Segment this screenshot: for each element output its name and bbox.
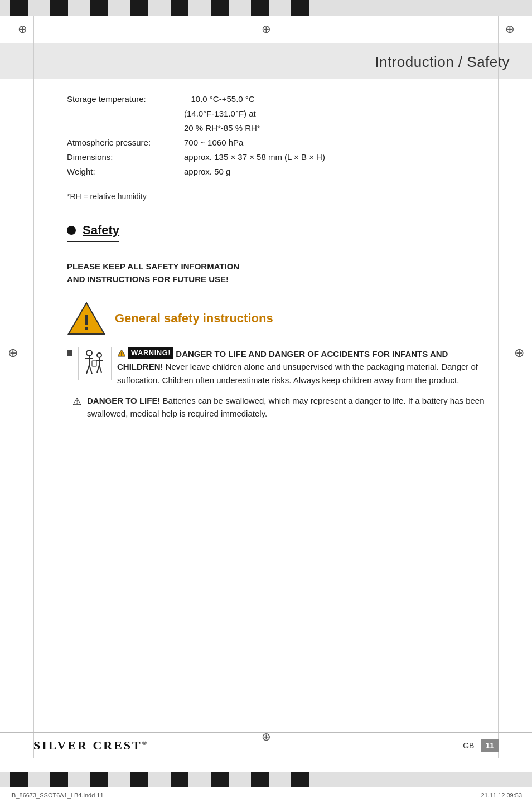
bottom-square-light <box>231 772 249 787</box>
brand-name: SILVER CREST® <box>33 738 148 753</box>
atm-pressure-value: 700 ~ 1060 hPa <box>184 136 243 149</box>
weight-row: Weight: approx. 50 g <box>67 165 487 178</box>
warning-small-triangle-icon: ! <box>117 349 126 357</box>
crosshair-top-center: ⊕ <box>258 21 274 37</box>
bottom-square <box>50 772 68 787</box>
bottom-square <box>171 772 188 787</box>
footnote: *RH = relative humidity <box>67 192 487 201</box>
keep-text-line1: PLEASE KEEP ALL SAFETY INFORMATION <box>67 260 487 273</box>
bottom-square <box>251 772 269 787</box>
left-border-line <box>33 16 34 758</box>
bottom-squares-pattern <box>10 772 311 787</box>
storage-temp-label: Storage temperature: <box>67 93 184 106</box>
storage-temp-row3: 20 % RH*-85 % RH* <box>67 122 487 135</box>
safety-keep-text: PLEASE KEEP ALL SAFETY INFORMATION AND I… <box>67 260 487 286</box>
page-header: Introduction / Safety <box>0 43 532 79</box>
bottom-square <box>90 772 108 787</box>
safety-section: Safety PLEASE KEEP ALL SAFETY INFORMATIO… <box>67 223 487 420</box>
page-footer: SILVER CREST® GB 11 <box>0 732 532 753</box>
dimensions-row: Dimensions: approx. 135 × 37 × 58 mm (L … <box>67 151 487 164</box>
top-square-light <box>151 0 168 16</box>
right-border-line <box>498 16 499 758</box>
specs-table: Storage temperature: – 10.0 °C-+55.0 °C … <box>67 93 487 178</box>
page-number: 11 <box>481 739 499 752</box>
atm-pressure-row: Atmospheric pressure: 700 ~ 1060 hPa <box>67 136 487 149</box>
bottom-square <box>211 772 229 787</box>
weight-label: Weight: <box>67 165 184 178</box>
top-square <box>90 0 108 16</box>
main-content: Storage temperature: – 10.0 °C-+55.0 °C … <box>0 79 532 447</box>
top-square-light <box>70 0 88 16</box>
storage-temp-value1: – 10.0 °C-+55.0 °C <box>184 93 255 106</box>
top-square-light <box>110 0 128 16</box>
file-info: IB_86673_SSOT6A1_LB4.indd 11 21.11.12 09… <box>10 792 522 799</box>
dimensions-value: approx. 135 × 37 × 58 mm (L × B × H) <box>184 151 325 164</box>
svg-line-11 <box>99 365 101 373</box>
top-square <box>10 0 28 16</box>
children-warning-item: ! WARNING! DANGER TO LIFE AND DANGER OF … <box>67 347 487 386</box>
gsi-block: ! General safety instructions <box>67 301 487 336</box>
svg-line-10 <box>97 365 99 373</box>
bottom-square-light <box>191 772 209 787</box>
dimensions-label: Dimensions: <box>67 151 184 164</box>
crosshair-left-icon: ⊕ <box>8 346 18 360</box>
safety-section-title: Safety <box>83 223 119 238</box>
top-square <box>171 0 188 16</box>
bottom-square <box>10 772 28 787</box>
warning-body-text: Never leave children alone and unsupervi… <box>117 362 478 384</box>
top-square-light <box>231 0 249 16</box>
registered-mark: ® <box>142 739 148 746</box>
danger-to-life-item: ⚠ DANGER TO LIFE! Batteries can be swall… <box>67 394 487 420</box>
bottom-square-light <box>70 772 88 787</box>
bottom-square <box>130 772 148 787</box>
top-square <box>291 0 309 16</box>
warning-badge: ! WARNING! <box>117 347 173 359</box>
bottom-decorative-bar <box>0 772 532 787</box>
danger-to-life-text-block: DANGER TO LIFE! Batteries can be swallow… <box>87 394 487 420</box>
weight-value: approx. 50 g <box>184 165 230 178</box>
storage-temp-row2: (14.0°F-131.0°F) at <box>67 107 487 120</box>
top-square <box>130 0 148 16</box>
crosshair-top-left: ⊕ <box>14 21 30 37</box>
svg-point-2 <box>86 350 92 356</box>
top-square <box>251 0 269 16</box>
storage-temp-row: Storage temperature: – 10.0 °C-+55.0 °C <box>67 93 487 106</box>
svg-rect-12 <box>92 361 96 366</box>
file-info-left: IB_86673_SSOT6A1_LB4.indd 11 <box>10 792 104 799</box>
top-square-light <box>30 0 48 16</box>
warning-label: WARNING! <box>128 347 173 359</box>
warning-triangle-large-icon: ! <box>67 301 106 336</box>
file-info-right: 21.11.12 09:53 <box>481 792 522 799</box>
top-square <box>50 0 68 16</box>
page-title: Introduction / Safety <box>375 54 510 70</box>
bottom-square-light <box>271 772 289 787</box>
storage-temp-label3 <box>67 122 184 135</box>
top-squares-pattern <box>10 0 311 16</box>
safety-bullet-dot <box>67 226 76 235</box>
top-square-light <box>271 0 289 16</box>
brand-text: SILVER CREST® <box>33 738 148 752</box>
bottom-square-light <box>151 772 168 787</box>
footer-right: GB 11 <box>463 739 499 752</box>
svg-text:!: ! <box>121 351 123 357</box>
bottom-square-light <box>110 772 128 787</box>
storage-temp-label2 <box>67 107 184 120</box>
bottom-square <box>291 772 309 787</box>
danger-triangle-icon: ⚠ <box>72 395 81 408</box>
child-icon-box <box>78 347 112 380</box>
top-decorative-bar <box>0 0 532 16</box>
svg-text:!: ! <box>83 311 90 334</box>
svg-point-7 <box>97 353 101 357</box>
bottom-square-light <box>30 772 48 787</box>
danger-to-life-title: DANGER TO LIFE! <box>87 396 160 405</box>
gsi-title: General safety instructions <box>115 311 273 326</box>
atm-pressure-label: Atmospheric pressure: <box>67 136 184 149</box>
bullet-square-icon <box>67 350 72 356</box>
child-danger-icon <box>81 349 109 379</box>
safety-heading: Safety <box>67 223 119 242</box>
children-warning-text: ! WARNING! DANGER TO LIFE AND DANGER OF … <box>117 347 487 386</box>
top-square-light <box>191 0 209 16</box>
svg-line-6 <box>89 365 92 374</box>
crosshair-right-icon: ⊕ <box>514 346 524 360</box>
crosshair-top-right: ⊕ <box>502 21 518 37</box>
